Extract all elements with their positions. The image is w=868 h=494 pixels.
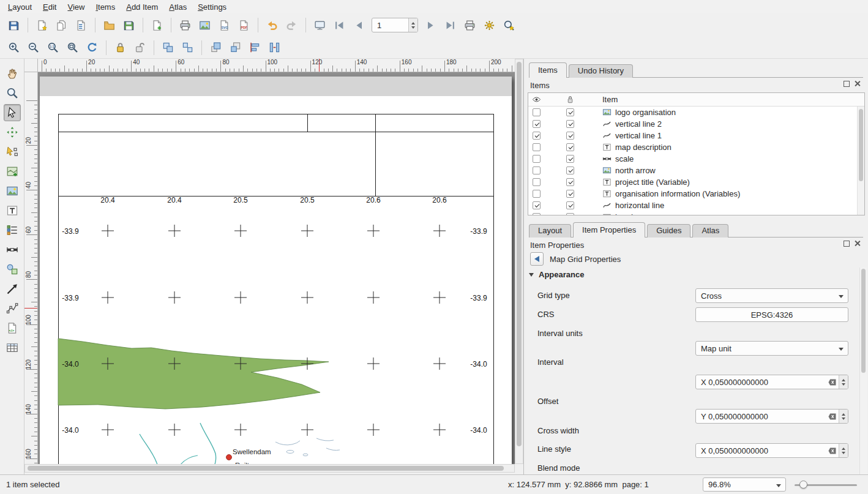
item-lock-checkbox[interactable] bbox=[566, 132, 574, 140]
item-lock-checkbox[interactable] bbox=[566, 178, 574, 186]
refresh-view-button[interactable] bbox=[83, 39, 101, 56]
interval-x-input[interactable]: X 0,050000000000 bbox=[695, 375, 848, 389]
back-button[interactable] bbox=[530, 252, 544, 266]
menu-edit[interactable]: Edit bbox=[37, 1, 62, 13]
item-visibility-checkbox[interactable] bbox=[533, 213, 541, 215]
item-visibility-checkbox[interactable] bbox=[533, 143, 541, 151]
edit-nodes-tool-button[interactable] bbox=[4, 143, 21, 160]
export-svg-button[interactable]: SVG bbox=[215, 17, 233, 34]
tab-guides[interactable]: Guides bbox=[647, 224, 690, 238]
header-shape-item[interactable] bbox=[59, 114, 494, 196]
close-panel-icon[interactable] bbox=[854, 240, 861, 247]
tab-atlas[interactable]: Atlas bbox=[692, 224, 728, 238]
items-tree-row[interactable]: header bbox=[528, 211, 864, 215]
item-lock-checkbox[interactable] bbox=[566, 155, 574, 163]
item-visibility-checkbox[interactable] bbox=[533, 132, 541, 140]
tab-items[interactable]: Items bbox=[529, 62, 567, 78]
menu-view[interactable]: View bbox=[62, 1, 90, 13]
group-items-button[interactable] bbox=[159, 39, 177, 56]
load-template-button[interactable] bbox=[100, 17, 118, 34]
item-visibility-checkbox[interactable] bbox=[533, 108, 541, 116]
redo-button[interactable] bbox=[283, 17, 301, 34]
tab-layout[interactable]: Layout bbox=[529, 224, 571, 238]
header-frame[interactable] bbox=[59, 114, 494, 196]
spin-buttons[interactable] bbox=[408, 18, 417, 32]
item-lock-checkbox[interactable] bbox=[566, 167, 574, 174]
close-panel-icon[interactable] bbox=[854, 80, 861, 87]
items-tree-row[interactable]: horizontal line bbox=[528, 200, 864, 211]
atlas-page-input[interactable]: 1 bbox=[372, 18, 418, 32]
item-visibility-checkbox[interactable] bbox=[533, 201, 541, 209]
zoom-level-combo[interactable]: 96.8% bbox=[703, 477, 786, 492]
new-layout-button[interactable] bbox=[33, 17, 51, 34]
layout-viewport[interactable]: SwellendamRailton 20.420.420.520.520.620… bbox=[38, 72, 515, 464]
atlas-last-feature-button[interactable] bbox=[441, 17, 459, 34]
clear-value-icon[interactable] bbox=[828, 413, 836, 420]
items-tree-row[interactable]: scale bbox=[528, 153, 864, 165]
add-label-tool-button[interactable] bbox=[4, 202, 21, 219]
scrollbar-thumb[interactable] bbox=[517, 62, 522, 446]
layout-manager-button[interactable] bbox=[72, 17, 90, 34]
save-as-template-button[interactable] bbox=[120, 17, 138, 34]
layout-page[interactable]: SwellendamRailton 20.420.420.520.520.620… bbox=[40, 77, 512, 464]
atlas-first-feature-button[interactable] bbox=[331, 17, 348, 34]
interval-y-input[interactable]: Y 0,050000000000 bbox=[695, 409, 848, 424]
menu-layout[interactable]: Layout bbox=[2, 1, 37, 13]
ungroup-items-button[interactable] bbox=[179, 39, 196, 56]
items-tree-row[interactable]: project title (Variable) bbox=[528, 176, 864, 188]
menu-add-item[interactable]: Add Item bbox=[121, 1, 163, 13]
atlas-export-button[interactable] bbox=[500, 17, 518, 34]
item-visibility-checkbox[interactable] bbox=[533, 167, 541, 174]
float-panel-icon[interactable] bbox=[844, 81, 850, 87]
undo-button[interactable] bbox=[263, 17, 281, 34]
properties-scrollbar[interactable] bbox=[859, 268, 867, 474]
add-html-tool-button[interactable]: </> bbox=[4, 320, 21, 337]
items-tree-row[interactable]: vertical line 1 bbox=[528, 130, 864, 141]
add-scalebar-tool-button[interactable] bbox=[4, 241, 21, 258]
item-lock-checkbox[interactable] bbox=[566, 120, 574, 128]
canvas-vertical-scrollbar[interactable] bbox=[515, 59, 523, 464]
add-picture-tool-button[interactable] bbox=[4, 182, 21, 200]
grid-type-select[interactable]: Cross bbox=[695, 288, 848, 303]
vertical-ruler[interactable]: 20406080100120140160 bbox=[24, 72, 38, 464]
items-tree-row[interactable]: logo organisation bbox=[528, 107, 864, 118]
add-map-tool-button[interactable] bbox=[4, 163, 21, 180]
export-pdf-button[interactable]: PDF bbox=[235, 17, 253, 34]
item-visibility-checkbox[interactable] bbox=[533, 155, 541, 163]
items-tree-scrollbar[interactable] bbox=[857, 107, 864, 215]
atlas-next-feature-button[interactable] bbox=[422, 17, 440, 34]
items-tree-row[interactable]: north arrow bbox=[528, 165, 864, 176]
scrollbar-thumb[interactable] bbox=[28, 466, 504, 471]
map-frame[interactable] bbox=[59, 196, 494, 465]
duplicate-layout-button[interactable] bbox=[53, 17, 70, 34]
map-item[interactable]: SwellendamRailton 20.420.420.520.520.620… bbox=[58, 196, 494, 464]
item-visibility-checkbox[interactable] bbox=[533, 190, 541, 198]
item-lock-checkbox[interactable] bbox=[566, 143, 574, 151]
add-node-item-tool-button[interactable] bbox=[4, 300, 21, 317]
zoom-tool-button[interactable] bbox=[4, 84, 21, 102]
save-project-button[interactable] bbox=[5, 17, 23, 34]
add-table-tool-button[interactable] bbox=[4, 339, 21, 356]
export-image-button[interactable] bbox=[196, 17, 214, 34]
menu-items[interactable]: Items bbox=[90, 1, 121, 13]
atlas-settings-button[interactable] bbox=[481, 17, 498, 34]
item-visibility-checkbox[interactable] bbox=[533, 178, 541, 186]
appearance-section-header[interactable]: Appearance bbox=[529, 270, 584, 279]
add-arrow-tool-button[interactable] bbox=[4, 280, 21, 298]
add-pages-button[interactable] bbox=[148, 17, 166, 34]
items-tree-row[interactable]: vertical line 2 bbox=[528, 118, 864, 130]
zoom-slider-handle[interactable] bbox=[799, 481, 807, 488]
pan-tool-button[interactable] bbox=[4, 65, 21, 82]
clear-value-icon[interactable] bbox=[828, 447, 836, 454]
offset-x-input[interactable]: X 0,050000000000 bbox=[695, 443, 848, 458]
spin-buttons[interactable] bbox=[839, 375, 848, 389]
align-items-button[interactable] bbox=[246, 39, 264, 56]
item-lock-checkbox[interactable] bbox=[566, 108, 574, 116]
print-atlas-button[interactable] bbox=[461, 17, 479, 34]
tab-item-properties[interactable]: Item Properties bbox=[573, 222, 645, 238]
add-legend-tool-button[interactable] bbox=[4, 222, 21, 239]
atlas-previous-feature-button[interactable] bbox=[350, 17, 368, 34]
print-layout-button[interactable] bbox=[176, 17, 194, 34]
distribute-items-button[interactable] bbox=[266, 39, 283, 56]
canvas-horizontal-scrollbar[interactable] bbox=[24, 464, 515, 473]
